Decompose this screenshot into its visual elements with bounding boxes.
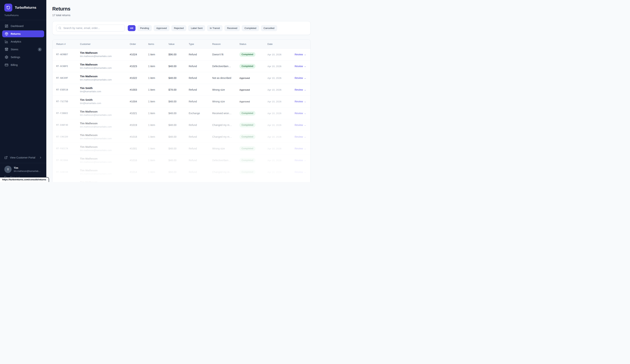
sidebar-item-label: Returns bbox=[11, 32, 21, 35]
customer-email: tim.matheson@kamarilabs.com bbox=[80, 126, 130, 128]
order-number: #1021 bbox=[130, 112, 148, 115]
user-profile[interactable]: T Tim tim.matheson@kamarilabs.c... bbox=[0, 163, 46, 174]
filter-chip-label-sent[interactable]: Label Sent bbox=[188, 25, 205, 31]
review-link[interactable]: Review → bbox=[294, 65, 306, 68]
sidebar-item-settings[interactable]: Settings bbox=[2, 54, 44, 60]
filter-chip-approved[interactable]: Approved bbox=[154, 25, 170, 31]
filter-chip-pending[interactable]: Pending bbox=[137, 25, 152, 31]
status-badge: Approved bbox=[239, 88, 250, 91]
return-reason: Changed my m… bbox=[212, 124, 239, 126]
table-row[interactable]: RT-8ECEEC Tim Matheson tim.matheson@kama… bbox=[52, 178, 310, 182]
return-id: RT-F2BBEE bbox=[56, 112, 80, 114]
status-cell: Completed bbox=[239, 64, 268, 68]
customer-cell: Tim Matheson tim.matheson@kamarilabs.com bbox=[80, 157, 130, 163]
return-value: $78.00 bbox=[168, 88, 189, 91]
col-date: Date bbox=[268, 43, 290, 46]
customer-cell: Tim Matheson tim.matheson@kamarilabs.com bbox=[80, 169, 130, 175]
store-icon bbox=[5, 48, 8, 51]
col-type: Type bbox=[189, 43, 212, 46]
table-row[interactable]: RT-71C75D Tim Smith tim@kamarilabs.com #… bbox=[52, 96, 310, 108]
table-row[interactable]: RT-8ACA9F Tim Matheson tim.matheson@kama… bbox=[52, 72, 310, 84]
return-reason: Defective/dam… bbox=[212, 159, 239, 162]
customer-name: Tim Smith bbox=[80, 98, 130, 101]
review-link[interactable]: Review → bbox=[294, 88, 306, 91]
search-input[interactable] bbox=[63, 26, 122, 30]
sidebar-item-analytics[interactable]: Analytics bbox=[2, 38, 44, 45]
review-link[interactable]: Review → bbox=[294, 76, 306, 80]
table-header-row: Return # Customer Order Items Value Type… bbox=[52, 40, 310, 49]
return-date: Apr 10, 2026 bbox=[268, 53, 290, 56]
return-reason: Wrong size bbox=[212, 100, 239, 103]
external-link-icon bbox=[4, 156, 8, 159]
return-reason: Changed my m… bbox=[212, 135, 239, 138]
sidebar-item-dashboard[interactable]: Dashboard bbox=[2, 22, 44, 30]
return-date: Apr 10, 2026 bbox=[268, 124, 290, 126]
return-date: Apr 10, 2026 bbox=[268, 65, 290, 68]
customer-cell: Tim Matheson tim.matheson@kamarilabs.com bbox=[80, 122, 130, 128]
return-id: RT-6C6BFE bbox=[56, 65, 80, 68]
customer-name: Tim Matheson bbox=[80, 75, 130, 78]
review-link[interactable]: Review → bbox=[294, 53, 306, 56]
return-reason: Not as described bbox=[212, 76, 239, 80]
customer-name: Tim Matheson bbox=[80, 146, 130, 148]
items-count: 1 item bbox=[148, 88, 168, 91]
return-value: $96.00 bbox=[168, 53, 189, 56]
user-name: Tim bbox=[14, 166, 41, 169]
table-row[interactable]: RT-6C6BFE Tim Matheson tim.matheson@kama… bbox=[52, 60, 310, 72]
customer-cell: Tim Matheson tim.matheson@kamarilabs.com bbox=[80, 63, 130, 69]
filter-chip-received[interactable]: Received bbox=[224, 25, 240, 31]
customer-email: tim.matheson@kamarilabs.com bbox=[80, 172, 130, 175]
sidebar-item-stores[interactable]: Stores 1 bbox=[2, 46, 44, 53]
sidebar-item-returns[interactable]: Returns bbox=[2, 30, 44, 37]
status-cell: Completed bbox=[239, 134, 268, 139]
customer-cell: Tim Matheson tim.matheson@kamarilabs.com bbox=[80, 146, 130, 152]
filter-chip-completed[interactable]: Completed bbox=[242, 25, 259, 31]
return-date: Apr 10, 2026 bbox=[268, 112, 290, 115]
return-type: Refund bbox=[189, 124, 212, 126]
filter-chip-rejected[interactable]: Rejected bbox=[171, 25, 186, 31]
review-link[interactable]: Review → bbox=[294, 159, 306, 162]
customer-name: Tim Matheson bbox=[80, 134, 130, 136]
table-row[interactable]: RT-42BC6B Tim Matheson tim.matheson@kama… bbox=[52, 166, 310, 178]
customer-cell: Tim Matheson tim.matheson@kamarilabs.com bbox=[80, 52, 130, 58]
items-count: 1 item bbox=[148, 100, 168, 103]
return-reason: Changed my m… bbox=[212, 170, 239, 174]
return-type: Refund bbox=[189, 88, 212, 91]
sidebar-item-billing[interactable]: Billing bbox=[2, 62, 44, 68]
customer-cell: Tim Matheson tim.matheson@kamarilabs.com bbox=[80, 110, 130, 116]
table-row[interactable]: RT-C061D0 Tim Matheson tim.matheson@kama… bbox=[52, 131, 310, 143]
customer-name: Tim Smith bbox=[80, 87, 130, 90]
review-link[interactable]: Review → bbox=[294, 100, 306, 103]
search-box[interactable] bbox=[56, 24, 125, 32]
review-link[interactable]: Review → bbox=[294, 135, 306, 138]
table-row[interactable]: RT-E5D518 Tim Smith tim@kamarilabs.com #… bbox=[52, 84, 310, 96]
status-filter-chips: All Pending Approved Rejected Label Sent… bbox=[128, 25, 277, 31]
review-link[interactable]: Review → bbox=[294, 112, 306, 115]
customer-name: Tim Matheson bbox=[80, 110, 130, 113]
table-row[interactable]: RT-F2BBEE Tim Matheson tim.matheson@kama… bbox=[52, 108, 310, 119]
main-content: Returns 17 total returns All Pending App… bbox=[46, 0, 315, 182]
status-badge: Completed bbox=[239, 170, 256, 174]
filter-chip-cancelled[interactable]: Cancelled bbox=[261, 25, 277, 31]
status-cell: Completed bbox=[239, 182, 268, 182]
review-link[interactable]: Review → bbox=[294, 124, 306, 126]
review-link[interactable]: Review → bbox=[294, 147, 306, 150]
brand-block: TurboReturns TurboReturns bbox=[0, 0, 46, 20]
view-customer-portal-link[interactable]: View Customer Portal bbox=[0, 154, 46, 161]
review-link[interactable]: Review → bbox=[294, 170, 306, 174]
table-row[interactable]: RT-FA317A Tim Matheson tim.matheson@kama… bbox=[52, 143, 310, 154]
table-row[interactable]: RT-AE9BD7 Tim Matheson tim.matheson@kama… bbox=[52, 49, 310, 60]
status-cell: Completed bbox=[239, 158, 268, 163]
table-row[interactable]: RT-D4BF4D Tim Matheson tim.matheson@kama… bbox=[52, 119, 310, 131]
filter-chip-in-transit[interactable]: In Transit bbox=[207, 25, 222, 31]
return-type: Refund bbox=[189, 76, 212, 80]
status-badge: Completed bbox=[239, 146, 256, 151]
return-value: $48.00 bbox=[168, 65, 189, 68]
table-row[interactable]: RT-0E1B8A Tim Matheson tim.matheson@kama… bbox=[52, 154, 310, 166]
return-value: $68.00 bbox=[168, 170, 189, 174]
filter-chip-all[interactable]: All bbox=[128, 25, 136, 31]
chevron-right-icon bbox=[39, 156, 42, 159]
status-cell: Approved bbox=[239, 100, 268, 103]
portal-label: View Customer Portal bbox=[10, 156, 35, 159]
status-badge: Completed bbox=[239, 123, 256, 127]
